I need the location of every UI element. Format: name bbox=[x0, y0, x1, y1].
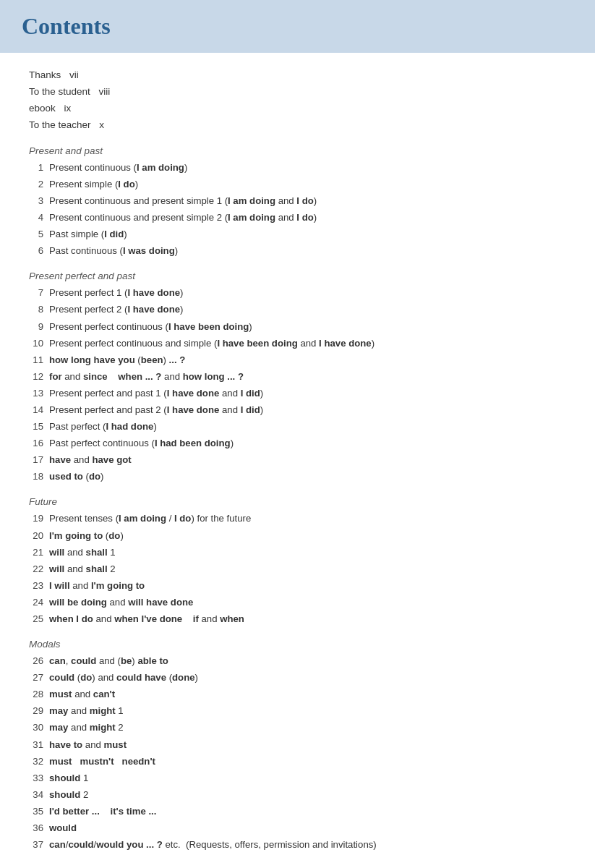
list-item: 29may and might 1 bbox=[29, 702, 566, 719]
section-title-present-past: Present and past bbox=[29, 145, 566, 156]
unit-list-present-perfect-past: 7Present perfect 1 (I have done) 8Presen… bbox=[29, 284, 566, 485]
front-matter-item-thanks: Thanks vii bbox=[29, 67, 566, 84]
list-item: 20I'm going to (do) bbox=[29, 527, 566, 544]
list-item: 34should 2 bbox=[29, 786, 566, 803]
list-item: 8Present perfect 2 (I have done) bbox=[29, 301, 566, 318]
front-matter-item-ebook: ebook ix bbox=[29, 101, 566, 117]
unit-list-future: 19Present tenses (I am doing / I do) for… bbox=[29, 510, 566, 627]
section-title-present-perfect-past: Present perfect and past bbox=[29, 271, 566, 281]
list-item: 7Present perfect 1 (I have done) bbox=[29, 284, 566, 301]
content-area: Thanks vii To the student viii ebook ix … bbox=[0, 53, 595, 868]
list-item: 19Present tenses (I am doing / I do) for… bbox=[29, 510, 566, 527]
unit-list-modals: 26can, could and (be) able to 27could (d… bbox=[29, 652, 566, 853]
list-item: 5Past simple (I did) bbox=[29, 226, 566, 242]
list-item: 30may and might 2 bbox=[29, 719, 566, 736]
list-item: 22will and shall 2 bbox=[29, 561, 566, 577]
list-item: 26can, could and (be) able to bbox=[29, 652, 566, 669]
list-item: 16Past perfect continuous (I had been do… bbox=[29, 435, 566, 451]
list-item: 18used to (do) bbox=[29, 468, 566, 485]
list-item: 9Present perfect continuous (I have been… bbox=[29, 318, 566, 335]
list-item: 10Present perfect continuous and simple … bbox=[29, 335, 566, 352]
list-item: 17have and have got bbox=[29, 451, 566, 468]
list-item: 35I'd better ... it's time ... bbox=[29, 803, 566, 820]
list-item: 13Present perfect and past 1 (I have don… bbox=[29, 385, 566, 401]
list-item: 27could (do) and could have (done) bbox=[29, 669, 566, 686]
list-item: 3Present continuous and present simple 1… bbox=[29, 192, 566, 209]
list-item: 36would bbox=[29, 820, 566, 836]
page: Contents Thanks vii To the student viii … bbox=[0, 0, 595, 868]
section-future: Future 19Present tenses (I am doing / I … bbox=[29, 496, 566, 627]
list-item: 14Present perfect and past 2 (I have don… bbox=[29, 401, 566, 418]
page-title: Contents bbox=[22, 13, 111, 39]
list-item: 2Present simple (I do) bbox=[29, 176, 566, 192]
list-item: 33should 1 bbox=[29, 770, 566, 786]
list-item: 12for and since when ... ? and how long … bbox=[29, 368, 566, 385]
front-matter: Thanks vii To the student viii ebook ix … bbox=[29, 67, 566, 134]
unit-list-present-past: 1Present continuous (I am doing) 2Presen… bbox=[29, 159, 566, 260]
list-item: 32must mustn't needn't bbox=[29, 753, 566, 770]
list-item: 28must and can't bbox=[29, 686, 566, 702]
front-matter-item-teacher: To the teacher x bbox=[29, 117, 566, 134]
list-item: 37can/could/would you ... ? etc. (Reques… bbox=[29, 836, 566, 853]
list-item: 23I will and I'm going to bbox=[29, 577, 566, 594]
list-item: 1Present continuous (I am doing) bbox=[29, 159, 566, 176]
section-present-and-past: Present and past 1Present continuous (I … bbox=[29, 145, 566, 260]
list-item: 11how long have you (been) ... ? bbox=[29, 352, 566, 368]
section-title-modals: Modals bbox=[29, 639, 566, 650]
section-modals: Modals 26can, could and (be) able to 27c… bbox=[29, 639, 566, 853]
list-item: 31have to and must bbox=[29, 736, 566, 753]
section-present-perfect-past: Present perfect and past 7Present perfec… bbox=[29, 271, 566, 485]
list-item: 4Present continuous and present simple 2… bbox=[29, 209, 566, 226]
list-item: 24will be doing and will have done bbox=[29, 594, 566, 610]
header-banner: Contents bbox=[0, 0, 595, 53]
list-item: 6Past continuous (I was doing) bbox=[29, 242, 566, 259]
section-title-future: Future bbox=[29, 496, 566, 507]
list-item: 25when I do and when I've done if and wh… bbox=[29, 610, 566, 627]
front-matter-item-student: To the student viii bbox=[29, 84, 566, 101]
list-item: 21will and shall 1 bbox=[29, 544, 566, 561]
list-item: 15Past perfect (I had done) bbox=[29, 418, 566, 435]
